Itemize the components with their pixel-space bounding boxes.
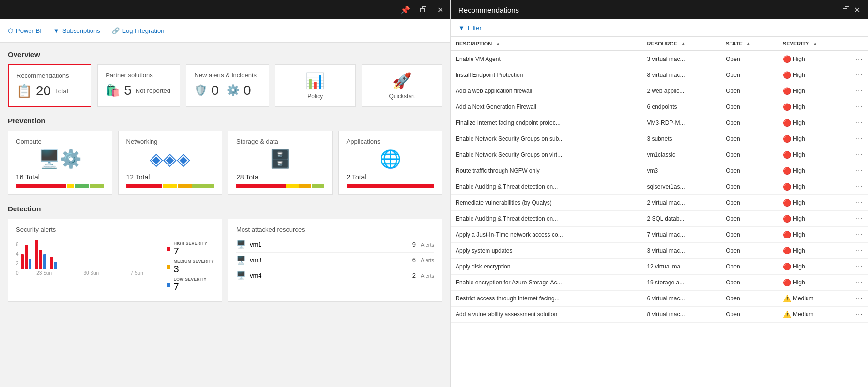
table-row[interactable]: Restrict access through Internet facing.… xyxy=(451,291,868,307)
cell-description: Remediate vulnerabilities (by Qualys) xyxy=(451,195,642,211)
subscriptions-button[interactable]: ▼ Subscriptions xyxy=(53,27,100,34)
high-severity-icon: 🔴 xyxy=(783,183,791,191)
more-button[interactable]: ··· xyxy=(855,246,863,255)
detection-title: Detection xyxy=(8,205,442,213)
cell-description: Apply system updates xyxy=(451,243,642,259)
col-state[interactable]: STATE ▲ xyxy=(721,37,778,51)
more-button[interactable]: ··· xyxy=(855,55,863,63)
cell-description: Add a Next Generation Firewall xyxy=(451,99,642,115)
severity-label: Medium xyxy=(793,311,814,318)
cell-resource: vm3 xyxy=(642,163,721,179)
severity-label: High xyxy=(793,151,805,158)
col-actions xyxy=(851,37,868,51)
table-row[interactable]: Enable Auditing & Threat detection on...… xyxy=(451,211,868,227)
partner-solutions-card[interactable]: Partner solutions 🛍️ 5 Not reported xyxy=(97,64,180,107)
more-button[interactable]: ··· xyxy=(855,87,863,95)
right-panel: Recommendations 🗗 ✕ ▼ Filter DESCRIPTION… xyxy=(450,0,868,387)
resource-item-vm3[interactable]: 🖥️ vm3 6 Alerts xyxy=(236,253,434,268)
high-severity-icon: 🔴 xyxy=(783,231,791,238)
applications-card[interactable]: Applications 🌐 2 Total xyxy=(338,131,443,195)
recommendations-card[interactable]: Recommendations 📋 20 Total xyxy=(8,64,91,107)
table-row[interactable]: Remediate vulnerabilities (by Qualys) 2 … xyxy=(451,195,868,211)
recommendations-table-container: DESCRIPTION ▲ RESOURCE ▲ STATE ▲ SEVERIT… xyxy=(451,37,868,387)
cell-resource: 3 subnets xyxy=(642,131,721,147)
more-button[interactable]: ··· xyxy=(855,294,863,303)
cell-severity: 🔴 High xyxy=(778,163,851,179)
cell-description: Install Endpoint Protection xyxy=(451,67,642,83)
filter-button[interactable]: ▼ Filter xyxy=(458,24,482,31)
cell-resource: 2 virtual mac... xyxy=(642,195,721,211)
cell-state: Open xyxy=(721,211,778,227)
applications-bar xyxy=(347,184,435,188)
recommendations-table: DESCRIPTION ▲ RESOURCE ▲ STATE ▲ SEVERIT… xyxy=(451,37,868,323)
overview-title: Overview xyxy=(8,50,442,59)
more-button[interactable]: ··· xyxy=(855,182,863,191)
cell-description: Add a web application firewall xyxy=(451,83,642,99)
overview-cards: Recommendations 📋 20 Total Partner solut… xyxy=(8,64,442,107)
more-button[interactable]: ··· xyxy=(855,150,863,159)
partner-solutions-content: 🛍️ 5 Not reported xyxy=(106,83,172,98)
networking-card[interactable]: Networking ◈◈◈ 12 Total xyxy=(118,131,223,195)
table-row[interactable]: Enable Network Security Groups on sub...… xyxy=(451,131,868,147)
table-row[interactable]: Enable VM Agent 3 virtual mac... Open 🔴 … xyxy=(451,51,868,67)
log-integration-button[interactable]: 🔗 Log Integration xyxy=(112,27,165,34)
cell-more: ··· xyxy=(851,147,868,163)
table-row[interactable]: Install Endpoint Protection 8 virtual ma… xyxy=(451,67,868,83)
cell-state: Open xyxy=(721,99,778,115)
more-button[interactable]: ··· xyxy=(855,166,863,175)
more-button[interactable]: ··· xyxy=(855,103,863,111)
right-restore-button[interactable]: 🗗 xyxy=(842,5,850,15)
cell-description: Enable encryption for Azure Storage Ac..… xyxy=(451,275,642,291)
table-row[interactable]: Route traffic through NGFW only vm3 Open… xyxy=(451,163,868,179)
vm1-count: 9 xyxy=(412,241,416,248)
more-button[interactable]: ··· xyxy=(855,310,863,319)
more-button[interactable]: ··· xyxy=(855,134,863,143)
cell-more: ··· xyxy=(851,243,868,259)
more-button[interactable]: ··· xyxy=(855,214,863,223)
table-row[interactable]: Apply a Just-In-Time network access co..… xyxy=(451,227,868,243)
cell-state: Open xyxy=(721,275,778,291)
more-button[interactable]: ··· xyxy=(855,278,863,287)
close-button[interactable]: ✕ xyxy=(434,3,446,16)
table-row[interactable]: Enable Network Security Groups on virt..… xyxy=(451,147,868,163)
cell-resource: 6 endpoints xyxy=(642,99,721,115)
more-button[interactable]: ··· xyxy=(855,230,863,239)
recommendations-icon: 📋 xyxy=(16,84,32,99)
resource-sort-icon: ▲ xyxy=(681,41,686,46)
col-severity[interactable]: SEVERITY ▲ xyxy=(778,37,851,51)
high-severity-icon: 🔴 xyxy=(783,151,791,159)
cell-state: Open xyxy=(721,67,778,83)
more-button[interactable]: ··· xyxy=(855,119,863,127)
col-description[interactable]: DESCRIPTION ▲ xyxy=(451,37,642,51)
table-row[interactable]: Apply system updates 3 virtual mac... Op… xyxy=(451,243,868,259)
cell-resource: 7 virtual mac... xyxy=(642,227,721,243)
table-row[interactable]: Finalize Internet facing endpoint protec… xyxy=(451,115,868,131)
more-button[interactable]: ··· xyxy=(855,198,863,207)
col-resource[interactable]: RESOURCE ▲ xyxy=(642,37,721,51)
high-severity-label: HIGH SEVERITY xyxy=(173,241,207,246)
new-alerts-card[interactable]: New alerts & incidents 🛡️ 0 ⚙️ 0 xyxy=(186,64,269,107)
storage-card[interactable]: Storage & data 🗄️ 28 Total xyxy=(228,131,333,195)
cell-more: ··· xyxy=(851,195,868,211)
table-row[interactable]: Apply disk encryption 12 virtual ma... O… xyxy=(451,259,868,275)
table-row[interactable]: Add a vulnerability assessment solution … xyxy=(451,307,868,323)
table-row[interactable]: Add a web application firewall 2 web app… xyxy=(451,83,868,99)
resource-item-vm4[interactable]: 🖥️ vm4 2 Alerts xyxy=(236,268,434,283)
more-button[interactable]: ··· xyxy=(855,262,863,271)
quickstart-icon: 🚀 xyxy=(392,72,411,90)
vm4-count: 2 xyxy=(412,272,416,279)
compute-card[interactable]: Compute 🖥️⚙️ 16 Total xyxy=(8,131,112,195)
quickstart-card[interactable]: 🚀 Quickstart xyxy=(362,64,442,107)
pin-button[interactable]: 📌 xyxy=(397,3,413,16)
power-bi-button[interactable]: ⬡ Power BI xyxy=(8,27,42,34)
maximize-button[interactable]: 🗗 xyxy=(417,3,430,16)
table-row[interactable]: Enable Auditing & Threat detection on...… xyxy=(451,179,868,195)
table-row[interactable]: Enable encryption for Azure Storage Ac..… xyxy=(451,275,868,291)
right-close-button[interactable]: ✕ xyxy=(854,5,860,15)
table-row[interactable]: Add a Next Generation Firewall 6 endpoin… xyxy=(451,99,868,115)
compute-icon: 🖥️⚙️ xyxy=(16,149,104,169)
policy-title: Policy xyxy=(307,93,323,100)
policy-card[interactable]: 📊 Policy xyxy=(275,64,356,107)
more-button[interactable]: ··· xyxy=(855,71,863,79)
resource-item-vm1[interactable]: 🖥️ vm1 9 Alerts xyxy=(236,237,434,253)
